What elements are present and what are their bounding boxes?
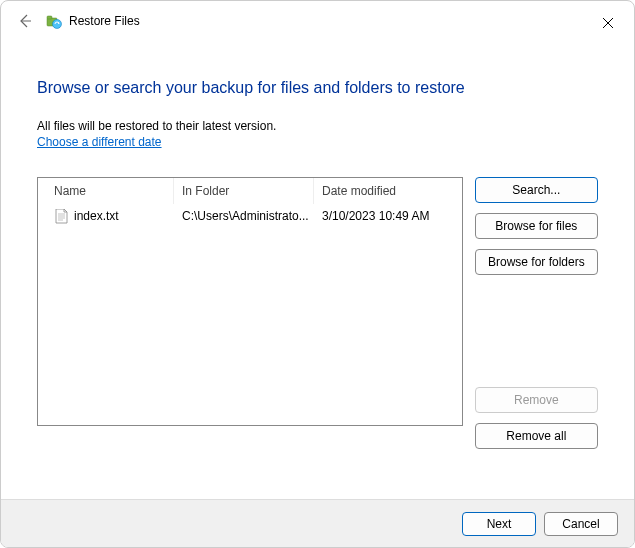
cancel-button[interactable]: Cancel bbox=[544, 512, 618, 536]
browse-folders-button[interactable]: Browse for folders bbox=[475, 249, 598, 275]
subtext: All files will be restored to their late… bbox=[37, 119, 598, 133]
footer: Next Cancel bbox=[1, 499, 634, 547]
search-button[interactable]: Search... bbox=[475, 177, 598, 203]
arrow-left-icon bbox=[17, 13, 33, 29]
remove-button: Remove bbox=[475, 387, 598, 413]
text-file-icon bbox=[54, 208, 68, 224]
content-area: Browse or search your backup for files a… bbox=[1, 41, 634, 449]
file-row[interactable]: index.txt C:\Users\Administrato... 3/10/… bbox=[38, 204, 462, 228]
next-button[interactable]: Next bbox=[462, 512, 536, 536]
browse-files-button[interactable]: Browse for files bbox=[475, 213, 598, 239]
close-icon bbox=[602, 17, 614, 29]
file-date-cell: 3/10/2023 10:49 AM bbox=[314, 209, 462, 223]
column-header-date[interactable]: Date modified bbox=[314, 178, 462, 204]
side-buttons: Search... Browse for files Browse for fo… bbox=[475, 177, 598, 449]
window-title: Restore Files bbox=[69, 14, 140, 28]
titlebar: Restore Files bbox=[1, 1, 634, 41]
file-name-text: index.txt bbox=[74, 209, 119, 223]
svg-point-3 bbox=[53, 20, 62, 29]
app-icon bbox=[45, 12, 63, 30]
main-row: Name In Folder Date modified bbox=[37, 177, 598, 449]
file-name-cell: index.txt bbox=[38, 208, 174, 224]
close-button[interactable] bbox=[594, 9, 622, 37]
list-header: Name In Folder Date modified bbox=[38, 178, 462, 204]
column-header-folder[interactable]: In Folder bbox=[174, 178, 314, 204]
column-header-name[interactable]: Name bbox=[38, 178, 174, 204]
page-heading: Browse or search your backup for files a… bbox=[37, 79, 598, 97]
file-folder-cell: C:\Users\Administrato... bbox=[174, 209, 314, 223]
remove-all-button[interactable]: Remove all bbox=[475, 423, 598, 449]
back-button[interactable] bbox=[13, 9, 37, 33]
choose-date-link[interactable]: Choose a different date bbox=[37, 135, 162, 149]
svg-rect-2 bbox=[47, 16, 52, 19]
file-list[interactable]: Name In Folder Date modified bbox=[37, 177, 463, 426]
